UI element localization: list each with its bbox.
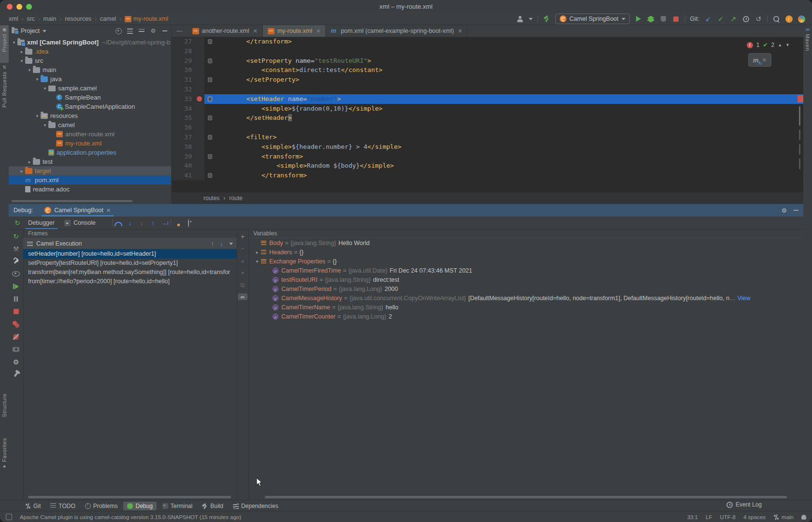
tab-overflow-icon[interactable]: —: [172, 25, 188, 37]
code-line-28[interactable]: 28: [172, 46, 803, 56]
next-problem-icon[interactable]: ▼: [785, 43, 790, 47]
breadcrumb-item-xml[interactable]: xml: [9, 15, 18, 22]
code-line-38[interactable]: 38 <simple>${header.number} > 4</simple>: [172, 142, 803, 152]
tree-item-resources[interactable]: ▾resources: [9, 111, 171, 120]
tree-item-java[interactable]: ▾java: [9, 74, 171, 84]
maven-reload-icon[interactable]: m: [753, 57, 759, 64]
move-down-icon[interactable]: ▼: [241, 269, 245, 276]
tree-item-sample-camel[interactable]: ▾sample.camel: [9, 84, 171, 93]
toolwindow-button-git[interactable]: Git: [21, 502, 44, 510]
ide-update-icon[interactable]: ↑: [785, 15, 793, 23]
code-line-27[interactable]: 27 </transform>: [172, 37, 803, 46]
tree-item-idea[interactable]: ▸.idea: [9, 47, 171, 56]
close-icon[interactable]: ✕: [253, 28, 257, 34]
attach-icon[interactable]: ⚒: [12, 245, 20, 253]
toolwindow-button-terminal[interactable]: Terminal: [159, 502, 196, 510]
variable-row-cameltimercounter[interactable]: pCamelTimerCounter={java.lang.Long}2: [248, 312, 803, 321]
tree-item-xml-camel-springboot[interactable]: ▾xml [Camel SpringBoot]~/Dev/git/camel-s…: [9, 38, 171, 47]
code-line-36[interactable]: 36: [172, 123, 803, 132]
stop-button[interactable]: [672, 15, 680, 23]
coverage-button[interactable]: [660, 15, 667, 23]
caret-position[interactable]: 33:1: [687, 514, 698, 520]
next-frame-icon[interactable]: ↓: [220, 240, 223, 247]
code-line-35[interactable]: 35 </setHeader>: [172, 113, 803, 123]
code-line-33[interactable]: 33 <setHeader name="number">: [172, 94, 803, 104]
toolwindow-button-debug[interactable]: Debug: [123, 502, 156, 510]
debug-session-tab[interactable]: Camel SpringBoot ✕: [42, 204, 114, 217]
code-line-29[interactable]: 29 <setProperty name="testRouteURI">: [172, 56, 803, 66]
chevron-down-icon[interactable]: [529, 18, 533, 20]
code-line-39[interactable]: 39 <transform>: [172, 152, 803, 161]
line-separator[interactable]: LF: [706, 514, 712, 520]
tab-console[interactable]: ▸Console: [59, 217, 101, 229]
user-profile-icon[interactable]: [516, 15, 524, 23]
scrollbar-thumb[interactable]: [799, 106, 800, 126]
tree-item-samplebean[interactable]: SampleBean: [9, 93, 171, 102]
variable-row-testrouteuri[interactable]: ptestRouteURI={java.lang.String}direct:t…: [248, 275, 803, 284]
horizontal-scrollbar[interactable]: [265, 496, 787, 498]
minimize-window-button[interactable]: [16, 4, 22, 10]
variable-row-cameltimerperiod[interactable]: pCamelTimerPeriod={java.lang.Long}2000: [248, 284, 803, 293]
view-link[interactable]: View: [738, 295, 751, 302]
remove-watch-icon[interactable]: −: [241, 245, 245, 252]
frame-row[interactable]: from[timer://hello?period=2000] [route=h…: [23, 277, 237, 286]
editor-tab-another-route-xml[interactable]: another-route.xml✕: [188, 25, 263, 37]
editor-breadcrumb-routes[interactable]: routes: [203, 195, 219, 202]
run-button[interactable]: [635, 15, 642, 23]
notification-bell-icon[interactable]: [801, 515, 806, 520]
history-clock-icon[interactable]: [742, 15, 750, 23]
close-window-button[interactable]: [7, 4, 13, 10]
prev-frame-icon[interactable]: ↑: [211, 240, 214, 247]
locate-file-icon[interactable]: [115, 28, 122, 34]
move-up-icon[interactable]: ▲: [241, 257, 245, 264]
duplicate-icon[interactable]: ⧉: [240, 281, 245, 289]
tree-item-pom-xml[interactable]: pom.xml: [9, 175, 171, 185]
pause-icon[interactable]: [12, 295, 20, 303]
editor-breadcrumb-route[interactable]: route: [229, 195, 242, 202]
horizontal-scrollbar[interactable]: [28, 496, 231, 498]
variable-row-headers[interactable]: ▸Headers={}: [248, 247, 803, 257]
editor-tab-pom-xml-camel-example-spring-boot-xml[interactable]: pom.xml (camel-example-spring-boot-xml)✕: [326, 25, 467, 37]
variable-row-camelmessagehistory[interactable]: pCamelMessageHistory={java.util.concurre…: [248, 293, 803, 303]
variable-row-exchange-properties[interactable]: ▾Exchange Properties={}: [248, 257, 803, 266]
hide-panel-icon[interactable]: [161, 28, 168, 34]
editor-tab-my-route-xml[interactable]: my-route.xml✕: [263, 25, 326, 37]
build-hammer-icon[interactable]: [543, 15, 551, 23]
indent-setting[interactable]: 4 spaces: [743, 514, 766, 520]
hide-panel-icon[interactable]: [794, 210, 798, 211]
horizontal-scrollbar[interactable]: [12, 200, 132, 202]
rerun-icon[interactable]: ↻: [12, 219, 23, 227]
code-line-40[interactable]: 40 <simple>Random ${body}</simple>: [172, 161, 803, 171]
stop-icon[interactable]: [12, 307, 20, 316]
code-line-41[interactable]: 41 </transform>: [172, 171, 803, 180]
settings-gear-icon[interactable]: ⚙: [12, 358, 20, 366]
git-commit-check-icon[interactable]: ✓: [717, 15, 725, 23]
rerun-session-icon[interactable]: ↻: [12, 232, 20, 240]
file-encoding[interactable]: UTF-8: [720, 514, 736, 520]
breadcrumb-item-resources[interactable]: resources: [65, 15, 91, 22]
watch-eye-icon[interactable]: [12, 270, 20, 278]
breakpoint-icon[interactable]: [195, 94, 204, 104]
sidebar-tab-maven[interactable]: m Maven: [803, 25, 812, 63]
prev-problem-icon[interactable]: ▲: [778, 43, 782, 47]
maven-reload-popup[interactable]: m ✕: [748, 53, 771, 67]
frame-row[interactable]: setProperty[testRouteURI] [route=hello,i…: [23, 259, 237, 268]
toolwindow-button-build[interactable]: Build: [198, 502, 227, 510]
close-icon[interactable]: ✕: [762, 57, 767, 63]
tree-item-another-route-xml[interactable]: another-route.xml: [9, 130, 171, 139]
code-line-37[interactable]: 37 <filter>: [172, 132, 803, 142]
sidebar-tab-favorites[interactable]: Favorites ★: [0, 436, 9, 483]
code-line-31[interactable]: 31 </setProperty>: [172, 75, 803, 85]
gear-icon[interactable]: ⚙: [150, 28, 157, 34]
git-update-icon[interactable]: ↙: [704, 15, 712, 23]
chevron-icon[interactable]: ▾: [253, 259, 261, 264]
run-configuration-select[interactable]: Camel SpringBoot: [555, 14, 629, 24]
tree-item-application-properties[interactable]: application.properties: [9, 148, 171, 157]
toolwindow-button-dependencies[interactable]: Dependencies: [229, 502, 282, 510]
variable-row-cameltimerfiredtime[interactable]: pCamelTimerFiredTime={java.util.Date}Fri…: [248, 266, 803, 275]
frame-row[interactable]: transform[bean[ref:myBean method:saySome…: [23, 268, 237, 277]
git-branch-widget[interactable]: main: [773, 514, 794, 520]
tree-item-my-route-xml[interactable]: my-route.xml: [9, 139, 171, 148]
code-line-34[interactable]: 34 <simple>${random(0,10)}</simple>: [172, 104, 803, 114]
thread-dump-camera-icon[interactable]: [12, 345, 20, 353]
